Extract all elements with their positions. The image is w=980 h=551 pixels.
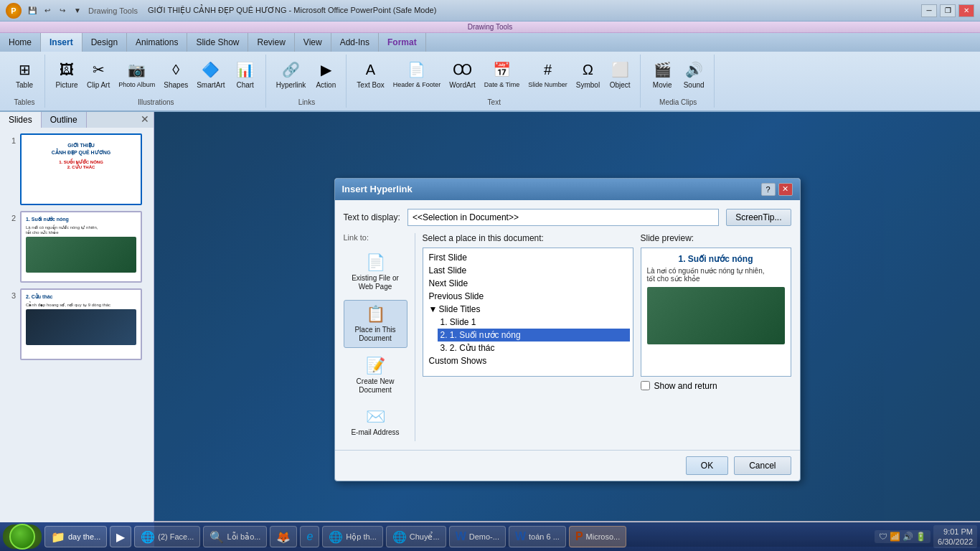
- text-to-display-input[interactable]: [407, 209, 719, 226]
- taskbar-media[interactable]: ▶: [110, 526, 131, 547]
- slide3-text: Cảnh đẹp hoang sơ, nơi quy tụ 9 dòng thá…: [26, 302, 136, 307]
- photo-album-button[interactable]: 📷 Photo Album: [116, 56, 158, 91]
- folder-icon: 📁: [51, 530, 65, 544]
- minimize-btn[interactable]: ─: [921, 4, 937, 17]
- place-in-doc-section: Select a place in this document: First S…: [423, 233, 633, 441]
- panel-close-btn[interactable]: ✕: [136, 112, 154, 128]
- dialog-close-btn[interactable]: ✕: [778, 183, 793, 196]
- clipart-button[interactable]: ✂ Clip Art: [84, 56, 113, 92]
- quick-access-toolbar: 💾 ↩ ↪ ▼: [26, 4, 84, 17]
- tab-review[interactable]: Review: [248, 33, 294, 52]
- screentip-button[interactable]: ScreenTip...: [726, 209, 791, 226]
- group-tables-items: ⊞ Table: [10, 56, 39, 97]
- start-orb-icon: [9, 524, 35, 550]
- start-button[interactable]: [3, 524, 42, 549]
- action-button[interactable]: ▶ Action: [311, 56, 340, 92]
- tab-design[interactable]: Design: [83, 33, 127, 52]
- tab-format[interactable]: Format: [379, 33, 426, 52]
- panel-tabs: Slides Outline ✕: [0, 112, 154, 128]
- link-to-existing[interactable]: 📄 Existing File orWeb Page: [344, 249, 407, 296]
- symbol-button[interactable]: Ω Symbol: [573, 56, 603, 92]
- tree-slide-titles[interactable]: ▼ Slide Titles: [426, 303, 630, 316]
- chart-button[interactable]: 📊 Chart: [231, 56, 260, 92]
- tree-slide-3-cuu[interactable]: 3. 2. Cửu thác: [438, 342, 630, 354]
- tree-custom-shows[interactable]: Custom Shows: [426, 354, 630, 367]
- hyperlink-button[interactable]: 🔗 Hyperlink: [273, 56, 309, 92]
- tab-addins[interactable]: Add-Ins: [331, 33, 379, 52]
- text-to-display-row: Text to display: ScreenTip...: [344, 209, 791, 226]
- header-footer-button[interactable]: 📄 Header & Footer: [390, 56, 444, 91]
- link-to-new-doc[interactable]: 📝 Create NewDocument: [344, 352, 407, 399]
- outline-tab[interactable]: Outline: [42, 112, 87, 128]
- slide-thumb-1[interactable]: 1 GIỚI THIỆUCẢNH ĐẸP QUÊ HƯƠNG 1. SUỐI N…: [6, 133, 148, 205]
- slide2-title: 1. Suối nước nóng: [26, 217, 136, 222]
- slide1-title: GIỚI THIỆUCẢNH ĐẸP QUÊ HƯƠNG: [29, 142, 133, 156]
- title-bar: P 💾 ↩ ↪ ▼ Drawing Tools GIỚI THIỆU CẢNH …: [0, 0, 980, 22]
- main-area: Slides Outline ✕ 1 GIỚI THIỆUCẢNH ĐẸP QU…: [0, 112, 980, 547]
- taskbar-folder[interactable]: 📁 day the...: [44, 526, 107, 547]
- object-label: Object: [610, 81, 631, 90]
- shapes-button[interactable]: ◊ Shapes: [161, 56, 191, 92]
- link-to-place-doc[interactable]: 📋 Place in ThisDocument: [344, 300, 407, 348]
- tree-next-slide[interactable]: Next Slide: [426, 277, 630, 290]
- smartart-button[interactable]: 🔷 SmartArt: [194, 56, 227, 92]
- customize-quick-btn[interactable]: ▼: [71, 4, 84, 17]
- group-media-label: Media Clips: [659, 97, 697, 106]
- dialog-help-btn[interactable]: ?: [761, 183, 776, 196]
- office-logo: P: [6, 3, 22, 19]
- slides-panel: Slides Outline ✕ 1 GIỚI THIỆUCẢNH ĐẸP QU…: [0, 112, 154, 547]
- slide-number-button[interactable]: # Slide Number: [525, 56, 570, 91]
- action-label: Action: [316, 81, 336, 90]
- wordart-button[interactable]: Ꝏ WordArt: [446, 56, 479, 92]
- redo-quick-btn[interactable]: ↪: [56, 4, 69, 17]
- preview-slide-text: Là nơi có nguồn nước nóng tự nhiên,tốt c…: [647, 267, 785, 283]
- tree-prev-slide[interactable]: Previous Slide: [426, 290, 630, 303]
- preview-slide-image: [647, 287, 785, 344]
- tab-animations[interactable]: Animations: [127, 33, 187, 52]
- media-icon: ▶: [116, 530, 125, 544]
- slides-tab[interactable]: Slides: [0, 112, 42, 128]
- tree-first-slide[interactable]: First Slide: [426, 251, 630, 264]
- cancel-button[interactable]: Cancel: [734, 456, 791, 475]
- restore-btn[interactable]: ❐: [940, 4, 956, 17]
- sound-button[interactable]: 🔊 Sound: [679, 56, 708, 92]
- tree-slide-2-suoi[interactable]: 2. 1. Suối nước nóng: [438, 329, 630, 342]
- action-icon: ▶: [314, 58, 337, 81]
- save-quick-btn[interactable]: 💾: [26, 4, 39, 17]
- group-tables-label: Tables: [14, 97, 35, 106]
- tab-slideshow[interactable]: Slide Show: [187, 33, 248, 52]
- close-btn[interactable]: ✕: [958, 4, 974, 17]
- tab-insert[interactable]: Insert: [41, 33, 83, 52]
- dialog-title-buttons: ? ✕: [761, 183, 793, 196]
- tab-view[interactable]: View: [295, 33, 331, 52]
- show-return-row: Show and return: [641, 381, 791, 391]
- slide3-title: 2. Cửu thác: [26, 294, 136, 300]
- picture-button[interactable]: 🖼 Picture: [52, 56, 81, 92]
- ok-button[interactable]: OK: [686, 456, 728, 475]
- smartart-icon: 🔷: [199, 58, 222, 81]
- textbox-button[interactable]: A Text Box: [354, 56, 387, 92]
- group-illustrations: 🖼 Picture ✂ Clip Art 📷 Photo Album ◊ Sha…: [47, 55, 266, 108]
- link-to-email[interactable]: ✉️ E-mail Address: [344, 403, 407, 441]
- hyperlink-icon: 🔗: [280, 58, 303, 81]
- movie-button[interactable]: 🎬 Movie: [648, 56, 677, 92]
- date-time-icon: 📅: [491, 58, 514, 81]
- tree-last-slide[interactable]: Last Slide: [426, 264, 630, 277]
- date-time-button[interactable]: 📅 Date & Time: [481, 56, 523, 91]
- sound-icon: 🔊: [682, 58, 705, 81]
- group-illus-label: Illustrations: [138, 97, 174, 106]
- tree-slide-1[interactable]: 1. Slide 1: [438, 316, 630, 329]
- dialog-title: Insert Hyperlink: [342, 184, 413, 194]
- slide1-sub1: 1. SUỐI NƯỚC NÓNG: [29, 159, 133, 164]
- group-text-label: Text: [488, 97, 501, 106]
- tree-indent-1: 1. Slide 1 2. 1. Suối nước nóng 3. 2. Cử…: [426, 316, 630, 354]
- show-return-checkbox[interactable]: [641, 381, 650, 390]
- table-button[interactable]: ⊞ Table: [10, 56, 39, 92]
- slide-thumb-3[interactable]: 3 2. Cửu thác Cảnh đẹp hoang sơ, nơi quy…: [6, 288, 148, 360]
- group-tables: ⊞ Table Tables: [4, 55, 45, 108]
- undo-quick-btn[interactable]: ↩: [41, 4, 54, 17]
- chart-icon: 📊: [234, 58, 257, 81]
- tab-home[interactable]: Home: [0, 33, 41, 52]
- object-button[interactable]: ⬜ Object: [606, 56, 634, 92]
- slide-thumb-2[interactable]: 2 1. Suối nước nóng Là nơi có nguồn nước…: [6, 211, 148, 283]
